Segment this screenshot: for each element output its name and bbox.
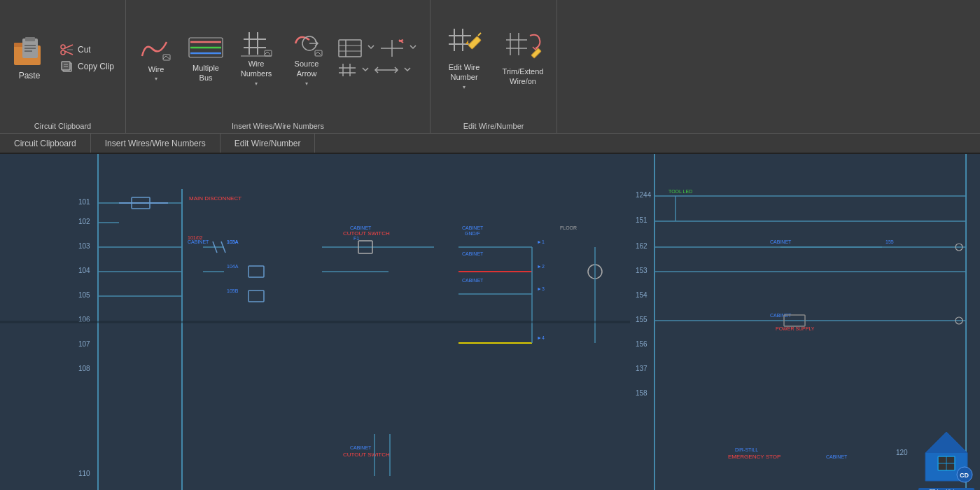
source-arrow-label: SourceArrow <box>295 59 319 78</box>
svg-point-8 <box>61 50 65 55</box>
svg-text:FLOOR: FLOOR <box>560 225 577 230</box>
wire-label: Wire <box>148 65 164 74</box>
paste-button[interactable]: Paste <box>7 33 52 83</box>
svg-text:103: 103 <box>78 242 90 250</box>
cut-button[interactable]: Cut <box>56 42 118 57</box>
cut-icon <box>60 43 74 56</box>
svg-point-7 <box>61 45 65 49</box>
svg-text:CABINET: CABINET <box>462 225 484 230</box>
source-arrow-dropdown-arrow: ▾ <box>305 80 308 87</box>
svg-text:104: 104 <box>78 267 90 274</box>
cdkey-logo-svg: CD <box>918 428 974 484</box>
svg-text:137: 137 <box>636 365 648 372</box>
paste-icon <box>13 36 46 69</box>
section-insert-wires: Wire ▾ MultipleBus <box>126 0 430 133</box>
section-edit-wire: Edit WireNumber ▾ Trim/Ex <box>430 0 557 133</box>
svg-text:CABINET: CABINET <box>350 225 372 230</box>
svg-text:►3: ►3 <box>537 286 545 291</box>
svg-text:CABINET: CABINET <box>462 251 484 256</box>
wire-tool-row1 <box>337 38 419 58</box>
svg-text:MAIN DISCONNECT: MAIN DISCONNECT <box>189 195 241 202</box>
svg-text:102: 102 <box>78 218 90 225</box>
svg-text:DIR-STILL: DIR-STILL <box>735 447 758 452</box>
svg-line-9 <box>65 45 74 48</box>
svg-line-48 <box>478 33 481 36</box>
cut-label: Cut <box>78 45 91 55</box>
svg-text:158: 158 <box>636 389 648 397</box>
source-arrow-icon <box>288 29 325 57</box>
svg-text:TOOL LED: TOOL LED <box>668 189 692 194</box>
edit-wire-dropdown-arrow: ▾ <box>463 84 465 90</box>
section-label-edit-wire: Edit Wire/Number <box>430 122 556 130</box>
svg-text:CUTOUT SWITCH: CUTOUT SWITCH <box>343 230 390 237</box>
wire-dropdown-arrow: ▾ <box>155 76 158 82</box>
cdkey-logo: CD CD key Vietnam <box>918 428 974 484</box>
svg-text:101: 101 <box>78 198 90 206</box>
svg-text:151: 151 <box>636 216 648 224</box>
wire-button[interactable]: Wire ▾ <box>133 32 179 85</box>
footer-clipboard[interactable]: Circuit Clipboard <box>0 134 91 153</box>
footer-edit-wire[interactable]: Edit Wire/Number <box>220 134 316 153</box>
wire-numbers-dropdown-arrow: ▾ <box>255 80 258 87</box>
svg-text:104A: 104A <box>227 264 239 269</box>
copy-icon <box>60 60 74 73</box>
svg-text:CD: CD <box>960 472 969 479</box>
svg-text:155: 155 <box>636 316 648 323</box>
footer-insert-wires[interactable]: Insert Wires/Wire Numbers <box>91 134 220 153</box>
svg-text:GND/F: GND/F <box>465 231 480 236</box>
trim-icon <box>502 30 544 65</box>
svg-text:120: 120 <box>896 449 908 456</box>
svg-text:POWER SUPPLY: POWER SUPPLY <box>776 326 815 331</box>
dropdown-small-icon <box>365 38 377 58</box>
svg-text:CUTOUT SWITCH: CUTOUT SWITCH <box>343 451 390 458</box>
svg-rect-53 <box>531 48 541 58</box>
svg-text:CABINET: CABINET <box>462 278 484 283</box>
hash-small-icon <box>337 62 357 78</box>
svg-text:1244: 1244 <box>636 191 652 199</box>
svg-rect-13 <box>62 62 70 70</box>
svg-rect-3 <box>25 37 35 41</box>
svg-text:156: 156 <box>636 340 648 348</box>
wire-tool-row2 <box>337 62 419 78</box>
section-circuit-clipboard: Paste Cut <box>0 0 126 133</box>
multiple-bus-icon <box>188 34 224 62</box>
wire-numbers-label: WireNumbers <box>241 59 272 78</box>
svg-text:►1: ►1 <box>537 239 545 244</box>
paste-label: Paste <box>19 71 41 80</box>
svg-text:153: 153 <box>636 267 648 274</box>
schematic-svg: 101 MAIN DISCONNECT 102 103 CABINET 101/… <box>0 154 980 490</box>
svg-text:CABINET: CABINET <box>188 239 209 244</box>
dropdown-small2-icon <box>407 38 419 58</box>
svg-rect-47 <box>468 36 481 49</box>
svg-marker-144 <box>925 432 967 453</box>
wire-icon <box>139 35 174 63</box>
ladder-icon <box>337 38 363 58</box>
svg-text:162: 162 <box>636 242 648 250</box>
schematic-canvas[interactable]: 101 MAIN DISCONNECT 102 103 CABINET 101/… <box>0 154 980 490</box>
trim-extend-button[interactable]: Trim/ExtendWire/on <box>496 27 550 88</box>
section-label-insert-wires: Insert Wires/Wire Numbers <box>126 122 430 130</box>
ribbon: Paste Cut <box>0 0 980 154</box>
svg-text:105: 105 <box>78 291 90 299</box>
arrows-dropdown-icon <box>402 62 413 78</box>
wire-numbers-button[interactable]: WireNumbers ▾ <box>232 27 280 89</box>
copy-clip-label: Copy Clip <box>78 62 114 71</box>
cross-wire-icon <box>379 38 405 58</box>
svg-text:154: 154 <box>636 291 648 299</box>
svg-text:CABINET: CABINET <box>826 454 848 459</box>
hash-dropdown-icon <box>360 62 371 78</box>
svg-text:103A: 103A <box>227 239 239 244</box>
svg-text:107: 107 <box>78 340 90 348</box>
svg-line-10 <box>65 51 74 55</box>
multiple-bus-label: MultipleBus <box>192 64 219 82</box>
copy-clip-button[interactable]: Copy Clip <box>56 59 118 74</box>
source-arrow-button[interactable]: SourceArrow ▾ <box>283 27 330 89</box>
multiple-bus-button[interactable]: MultipleBus <box>182 31 230 85</box>
svg-rect-30 <box>339 40 361 57</box>
edit-wire-number-button[interactable]: Edit WireNumber ▾ <box>438 23 491 92</box>
cut-copy-group: Cut Copy Clip <box>56 42 118 74</box>
ribbon-footer: Circuit Clipboard Insert Wires/Wire Numb… <box>0 133 980 153</box>
edit-wire-number-icon <box>443 26 485 61</box>
svg-text:F1: F1 <box>354 236 359 241</box>
svg-text:►4: ►4 <box>537 335 545 340</box>
